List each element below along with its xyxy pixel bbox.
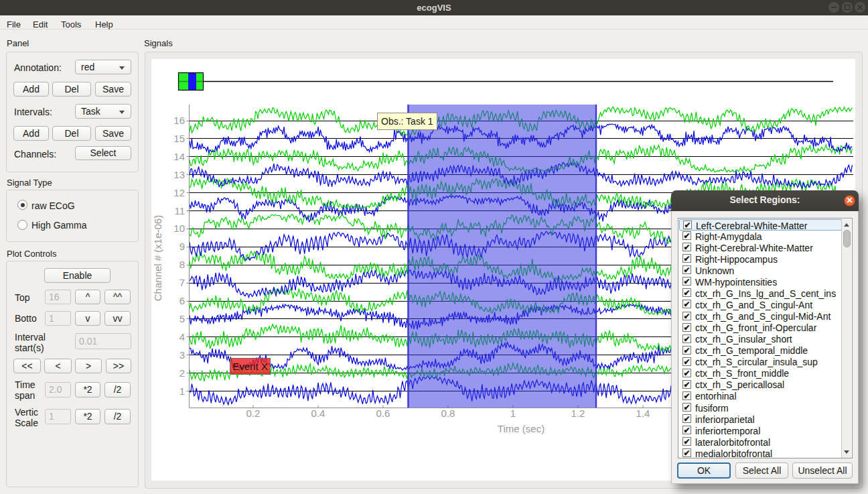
svg-text:0.8: 0.8	[441, 408, 455, 419]
svg-text:6: 6	[179, 295, 185, 306]
svg-text:0.4: 0.4	[311, 408, 326, 419]
svg-text:0.2: 0.2	[246, 408, 261, 419]
svg-text:10: 10	[173, 223, 185, 234]
svg-text:1: 1	[179, 385, 185, 397]
svg-text:Time (sec): Time (sec)	[498, 423, 545, 434]
svg-text:2: 2	[179, 367, 185, 379]
svg-text:3: 3	[179, 349, 185, 361]
svg-text:0.6: 0.6	[376, 408, 390, 419]
svg-text:9: 9	[179, 241, 185, 252]
svg-text:4: 4	[179, 331, 185, 343]
svg-text:Channel # (x1e-06): Channel # (x1e-06)	[152, 215, 163, 301]
svg-text:13: 13	[173, 169, 185, 180]
svg-text:12: 12	[173, 187, 185, 198]
svg-text:8: 8	[179, 259, 185, 270]
svg-text:14: 14	[173, 151, 185, 162]
svg-text:5: 5	[179, 313, 185, 324]
svg-text:16: 16	[173, 115, 185, 126]
svg-text:1.2: 1.2	[571, 408, 585, 419]
svg-text:1.4: 1.4	[636, 408, 650, 419]
svg-text:11: 11	[174, 205, 185, 217]
svg-text:15: 15	[173, 133, 185, 144]
svg-text:1: 1	[510, 408, 516, 419]
svg-text:7: 7	[179, 277, 185, 288]
